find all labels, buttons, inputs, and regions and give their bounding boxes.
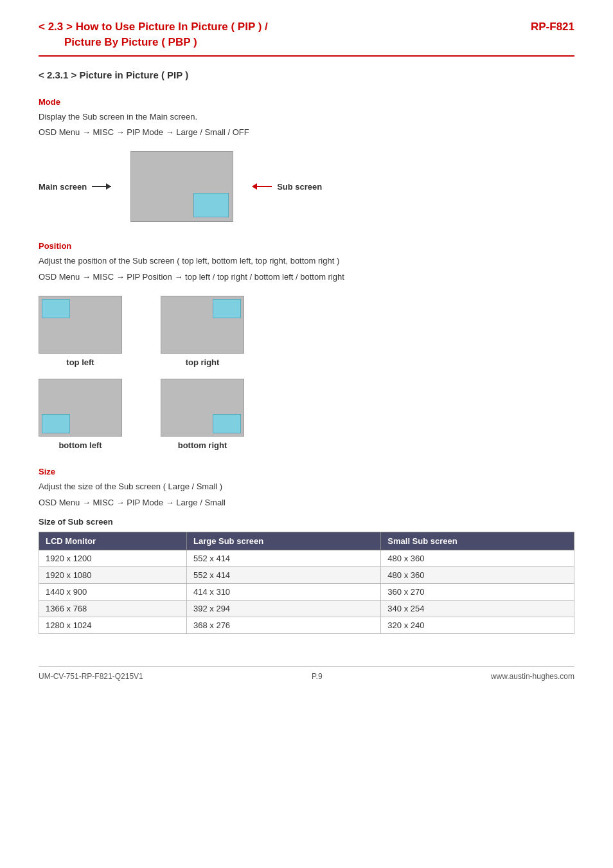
table-cell: 1280 x 1024	[39, 617, 187, 634]
position-title: Position	[39, 241, 574, 251]
footer-right: www.austin-hughes.com	[491, 672, 574, 681]
pos-label-top-left: top left	[66, 357, 94, 367]
pos-box-bottom-left	[39, 379, 122, 437]
table-header-row: LCD Monitor Large Sub screen Small Sub s…	[39, 532, 574, 550]
mode-desc1: Display the Sub screen in the Main scree…	[39, 111, 574, 124]
pip-sub-screen	[193, 193, 229, 217]
table-cell: 1920 x 1080	[39, 567, 187, 584]
table-cell: 392 x 294	[187, 601, 381, 617]
footer-center: P.9	[312, 672, 322, 681]
pos-label-top-right: top right	[186, 357, 220, 367]
pip-main-box	[130, 151, 233, 222]
table-cell: 414 x 310	[187, 584, 381, 601]
col-header-large: Large Sub screen	[187, 532, 381, 550]
pip-diagram: Main screen Sub screen	[39, 151, 574, 222]
position-bottom-row: bottom left bottom right	[39, 379, 574, 450]
pos-sub-top-left	[42, 299, 70, 318]
table-cell: 368 x 276	[187, 617, 381, 634]
table-cell: 1366 x 768	[39, 601, 187, 617]
section-231: < 2.3.1 > Picture in Picture ( PIP )	[39, 69, 574, 80]
model-id: RP-F821	[531, 19, 574, 33]
size-section: Size Adjust the size of the Sub screen (…	[39, 467, 574, 635]
table-row: 1440 x 900414 x 310360 x 270	[39, 584, 574, 601]
page-header: < 2.3 > How to Use Picture In Picture ( …	[39, 19, 574, 57]
pos-sub-top-right	[213, 299, 241, 318]
position-desc2: OSD Menu → MISC → PIP Position → top lef…	[39, 271, 574, 284]
size-table-title: Size of Sub screen	[39, 517, 574, 527]
main-screen-label: Main screen	[39, 182, 111, 192]
pos-label-bottom-right: bottom right	[178, 440, 227, 450]
sub-screen-label: Sub screen	[277, 182, 322, 192]
size-title: Size	[39, 467, 574, 476]
section-231-title: < 2.3.1 > Picture in Picture ( PIP )	[39, 69, 574, 80]
sub-screen-label-container: Sub screen	[253, 182, 322, 192]
pos-item-bottom-left: bottom left	[39, 379, 122, 450]
pos-sub-bottom-right	[213, 414, 241, 433]
pos-box-top-left	[39, 296, 122, 354]
mode-desc2: OSD Menu → MISC → PIP Mode → Large / Sma…	[39, 126, 574, 140]
size-desc2: OSD Menu → MISC → PIP Mode → Large / Sma…	[39, 496, 574, 510]
size-table-section: Size of Sub screen LCD Monitor Large Sub…	[39, 517, 574, 634]
pos-item-bottom-right: bottom right	[161, 379, 244, 450]
pos-item-top-right: top right	[161, 296, 244, 367]
table-row: 1366 x 768392 x 294340 x 254	[39, 601, 574, 617]
pos-sub-bottom-left	[42, 414, 70, 433]
table-row: 1920 x 1080552 x 414480 x 360	[39, 567, 574, 584]
table-cell: 480 x 360	[381, 550, 574, 567]
table-cell: 480 x 360	[381, 567, 574, 584]
table-cell: 340 x 254	[381, 601, 574, 617]
col-header-lcd: LCD Monitor	[39, 532, 187, 550]
pos-box-bottom-right	[161, 379, 244, 437]
position-top-row: top left top right	[39, 296, 574, 367]
pos-box-top-right	[161, 296, 244, 354]
table-cell: 320 x 240	[381, 617, 574, 634]
size-table-body: 1920 x 1200552 x 414480 x 3601920 x 1080…	[39, 550, 574, 634]
table-row: 1280 x 1024368 x 276320 x 240	[39, 617, 574, 634]
table-cell: 1920 x 1200	[39, 550, 187, 567]
table-cell: 552 x 414	[187, 550, 381, 567]
pos-item-top-left: top left	[39, 296, 122, 367]
pip-main-screen	[130, 151, 233, 222]
page-footer: UM-CV-751-RP-F821-Q215V1 P.9 www.austin-…	[39, 666, 574, 681]
mode-section: Mode Display the Sub screen in the Main …	[39, 97, 574, 222]
position-desc1: Adjust the position of the Sub screen ( …	[39, 255, 574, 268]
pos-label-bottom-left: bottom left	[58, 440, 102, 450]
col-header-small: Small Sub screen	[381, 532, 574, 550]
table-cell: 1440 x 900	[39, 584, 187, 601]
size-table: LCD Monitor Large Sub screen Small Sub s…	[39, 532, 574, 634]
arrow-left-icon	[253, 186, 272, 187]
size-desc1: Adjust the size of the Sub screen ( Larg…	[39, 480, 574, 494]
arrow-right-icon	[92, 186, 111, 187]
table-cell: 360 x 270	[381, 584, 574, 601]
position-section: Position Adjust the position of the Sub …	[39, 241, 574, 450]
page-title: < 2.3 > How to Use Picture In Picture ( …	[39, 19, 268, 50]
table-row: 1920 x 1200552 x 414480 x 360	[39, 550, 574, 567]
table-cell: 552 x 414	[187, 567, 381, 584]
footer-left: UM-CV-751-RP-F821-Q215V1	[39, 672, 143, 681]
mode-title: Mode	[39, 97, 574, 107]
